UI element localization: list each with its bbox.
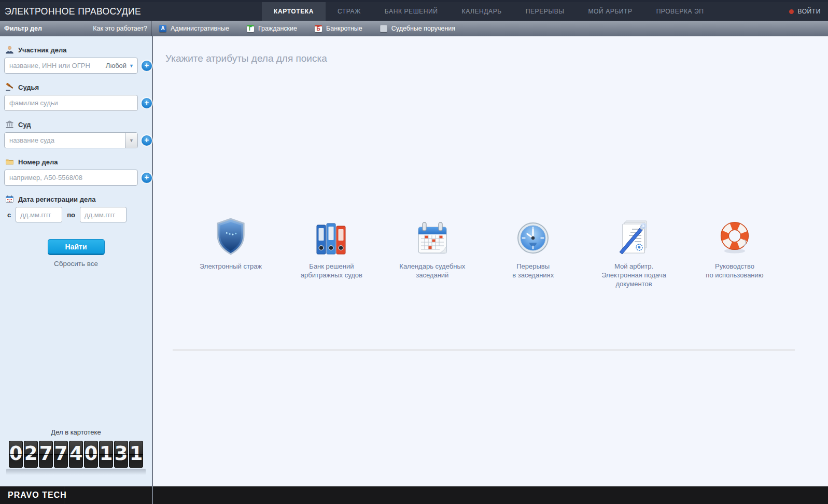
calendar-small-icon (5, 195, 14, 203)
case-category-filters: А Административные Г Гражданские Б Банкр… (152, 25, 455, 32)
shortcut-hearings-calendar[interactable]: Календарь судебных заседаний (386, 219, 479, 288)
filter-civil[interactable]: Г Гражданские (247, 25, 297, 32)
filter-bankruptcy[interactable]: Б Банкротные (315, 25, 362, 32)
shortcut-label: Банк решений арбитражных судов (301, 262, 362, 279)
filter-court-orders[interactable]: Судебные поручения (380, 25, 455, 32)
date-to-input[interactable] (80, 207, 127, 222)
search-button[interactable]: Найти (48, 239, 105, 255)
filter-civil-label: Гражданские (258, 25, 297, 32)
case-filter-sidebar: Участник дела Любой ▼ + Судья (0, 36, 153, 486)
nav-tabs: КАРТОТЕКА СТРАЖ БАНК РЕШЕНИЙ КАЛЕНДАРЬ П… (262, 2, 716, 21)
court-field-label: Суд (0, 116, 152, 132)
shortcut-my-arbitr-filing[interactable]: Мой арбитр. Электронная подача документо… (587, 219, 681, 288)
add-court-button[interactable]: + (142, 135, 152, 146)
tab-bank-resheniy[interactable]: БАНК РЕШЕНИЙ (373, 2, 450, 21)
judge-gavel-icon (5, 83, 14, 91)
content-divider (173, 349, 795, 351)
counter-digit: 1 (129, 441, 143, 468)
case-number-input[interactable] (4, 170, 138, 186)
counter-digit: 2 (24, 441, 38, 468)
court-orders-badge-icon (380, 25, 387, 32)
calendar-icon (416, 219, 449, 255)
login-button[interactable]: ВОЙТИ (797, 8, 821, 15)
case-folder-icon (5, 158, 14, 166)
app-window: ЭЛЕКТРОННОЕ ПРАВОСУДИЕ КАРТОТЕКА СТРАЖ Б… (0, 0, 828, 504)
participant-type-dropdown[interactable]: Любой ▼ (106, 58, 134, 74)
how-it-works-link[interactable]: Как это работает? (93, 25, 147, 32)
shortcut-label: Календарь судебных заседаний (399, 262, 465, 279)
counter-reflection (6, 469, 146, 475)
filter-bar-left: Фильтр дел Как это работает? (0, 21, 152, 36)
date-to-label: по (67, 211, 75, 219)
lifebuoy-icon (718, 219, 752, 255)
counter-digit: 3 (114, 441, 128, 468)
shortcut-decisions-bank[interactable]: Банк решений арбитражных судов (285, 219, 378, 288)
search-hint-title: Укажите атрибуты дела для поиска (153, 36, 828, 64)
civil-badge-icon: Г (247, 25, 254, 32)
judge-input[interactable] (4, 95, 138, 111)
document-pen-icon (618, 219, 651, 255)
filter-bankruptcy-label: Банкротные (326, 25, 362, 32)
add-case-number-button[interactable]: + (142, 173, 152, 183)
counter-digit: 0 (84, 441, 98, 468)
app-title: ЭЛЕКТРОННОЕ ПРАВОСУДИЕ (0, 2, 262, 21)
tab-pereryvy[interactable]: ПЕРЕРЫВЫ (514, 2, 577, 21)
courthouse-icon (5, 120, 14, 129)
tab-kalendar[interactable]: КАЛЕНДАРЬ (450, 2, 514, 21)
counter-digit: 7 (54, 441, 68, 468)
tab-strazh[interactable]: СТРАЖ (326, 2, 373, 21)
reg-date-field-label: Дата регистрации дела (0, 191, 152, 207)
main-content: Укажите атрибуты дела для поиска (153, 36, 828, 486)
shortcut-user-guide[interactable]: Руководство по использованию (688, 219, 781, 288)
reset-all-link[interactable]: Сбросить все (0, 260, 152, 268)
login-status-dot (789, 9, 794, 14)
add-judge-button[interactable]: + (142, 98, 152, 108)
case-counter-block: Дел в картотеке 027740131 (0, 428, 152, 486)
chevron-down-icon: ▼ (129, 63, 134, 68)
footer-divider (64, 486, 64, 504)
date-from-input[interactable] (16, 207, 62, 222)
filter-bar: Фильтр дел Как это работает? А Администр… (0, 21, 828, 36)
administrative-badge-icon: А (159, 25, 166, 32)
filter-administrative[interactable]: А Административные (159, 25, 229, 32)
clock-icon (516, 219, 550, 255)
shortcut-label: Руководство по использованию (706, 262, 763, 279)
tab-moy-arbitr[interactable]: МОЙ АРБИТР (576, 2, 644, 21)
court-input[interactable] (4, 132, 138, 148)
service-shortcuts: Электронный страж (153, 219, 828, 288)
case-counter: 027740131 (0, 441, 152, 468)
shield-icon (215, 219, 247, 255)
footer-divider (152, 486, 153, 504)
participant-field-label: Участник дела (0, 41, 152, 58)
counter-digit: 0 (9, 441, 23, 468)
filter-title: Фильтр дел (4, 25, 42, 32)
filter-administrative-label: Административные (171, 25, 229, 32)
counter-digit: 7 (39, 441, 53, 468)
tab-proverka-ep[interactable]: ПРОВЕРКА ЭП (644, 2, 716, 21)
date-from-label: с (7, 211, 11, 219)
shortcut-label: Мой арбитр. Электронная подача документо… (601, 262, 666, 288)
bankruptcy-badge-icon: Б (315, 25, 322, 32)
counter-digit: 4 (69, 441, 83, 468)
court-dropdown-button[interactable]: ▼ (125, 133, 137, 148)
shortcut-label: Электронный страж (200, 262, 262, 271)
shortcut-electronic-guard[interactable]: Электронный страж (184, 219, 277, 288)
login-area[interactable]: ВОЙТИ (789, 2, 828, 21)
top-navigation-bar: ЭЛЕКТРОННОЕ ПРАВОСУДИЕ КАРТОТЕКА СТРАЖ Б… (0, 0, 828, 21)
tab-kartoteka[interactable]: КАРТОТЕКА (262, 2, 326, 21)
case-number-field-label: Номер дела (0, 153, 152, 170)
add-participant-button[interactable]: + (142, 61, 152, 71)
case-counter-label: Дел в картотеке (0, 428, 152, 436)
shortcut-hearing-breaks[interactable]: Перерывы в заседаниях (486, 219, 580, 288)
footer-bar: PRAVO TECH (0, 486, 828, 504)
participant-icon (5, 46, 14, 54)
counter-digit: 1 (99, 441, 113, 468)
filter-court-orders-label: Судебные поручения (391, 25, 455, 32)
shortcut-label: Перерывы в заседаниях (512, 262, 554, 279)
judge-field-label: Судья (0, 79, 152, 95)
pravo-tech-logo: PRAVO TECH (0, 491, 67, 500)
binders-icon (315, 219, 347, 255)
